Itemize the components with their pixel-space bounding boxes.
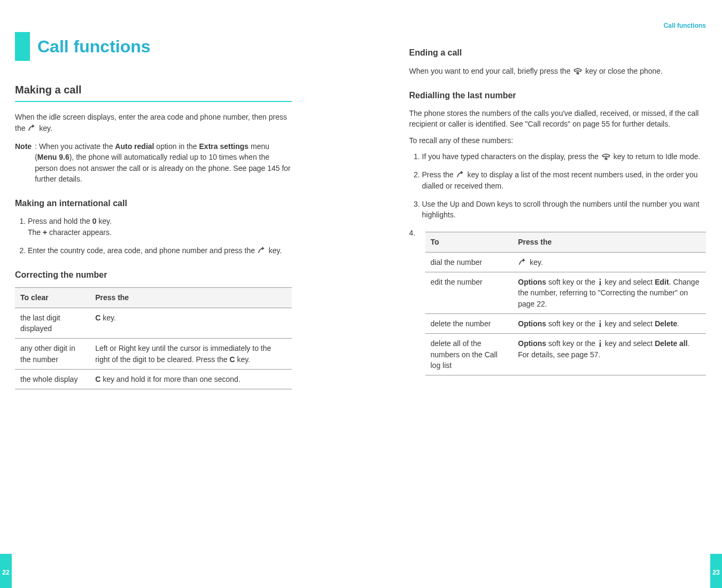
cell-last-digit: the last digit displayed (15, 308, 90, 339)
table-header-to: To (425, 232, 513, 252)
note-a: : When you activate the (35, 142, 115, 151)
section-making-a-call: Making a call (15, 82, 292, 102)
subsection-international-call: Making an international call (15, 197, 292, 209)
r4b: soft key or the (546, 339, 597, 348)
send-key-icon (257, 247, 267, 254)
step1-a: Press and hold the (28, 217, 92, 225)
step1-l2a: The (28, 228, 43, 237)
options-label: Options (518, 319, 546, 328)
i-key-icon (597, 278, 603, 286)
cell-delete-action: Options soft key or the key and select D… (513, 313, 706, 333)
r2c: key. (235, 355, 251, 364)
svg-point-6 (600, 340, 601, 341)
svg-point-4 (600, 279, 601, 280)
note-c: option in the (154, 142, 199, 151)
left-content: Making a call When the idle screen displ… (0, 82, 313, 389)
note-b: Auto redial (115, 142, 154, 151)
note-label-text: Note (15, 142, 32, 151)
end-key-icon (572, 67, 583, 75)
options-label: Options (518, 278, 546, 286)
cell-last-digit-action: C key. (90, 308, 291, 339)
list-item: Use the Up and Down keys to scroll throu… (422, 199, 707, 221)
cell-any-digit-action: Left or Right key until the cursor is im… (90, 339, 291, 370)
list-item: Press the key to display a list of the m… (422, 169, 707, 191)
end-a: When you want to end your call, briefly … (409, 67, 573, 75)
recall-steps: If you have typed characters on the disp… (409, 151, 707, 220)
recall-intro: To recall any of these numbers: (409, 135, 707, 146)
r-step1-b: key to return to Idle mode. (614, 152, 701, 161)
list-item: Press and hold the 0 key. The + characte… (28, 216, 292, 238)
correcting-number-table: To clear Press the the last digit displa… (15, 287, 292, 389)
note-body: : When you activate the Auto redial opti… (35, 141, 291, 184)
chapter-title-block: Call functions (15, 32, 313, 61)
svg-point-5 (600, 320, 601, 322)
note-d: Extra settings (199, 142, 249, 151)
table-header-to-clear: To clear (15, 288, 90, 308)
subsection-correcting-number: Correcting the number (15, 269, 292, 281)
send-key-icon (518, 258, 527, 266)
document-spread: 22 Call functions Making a call When the… (0, 0, 722, 588)
intl-steps: Press and hold the 0 key. The + characte… (15, 216, 292, 256)
table-row: any other digit in the number Left or Ri… (15, 339, 292, 370)
step2-b: key. (269, 246, 282, 255)
table-header-press-the: Press the (513, 232, 706, 252)
right-content: Ending a call When you want to end your … (409, 46, 723, 386)
cell-whole-display-action: C key and hold it for more than one seco… (90, 369, 291, 389)
c-key-suffix: key. (100, 313, 116, 322)
table-row: the whole display C key and hold it for … (15, 369, 292, 389)
send-key-icon (456, 171, 465, 178)
step1-l2b: + (43, 228, 47, 237)
ending-call-paragraph: When you want to end your call, briefly … (409, 66, 707, 76)
step4-block: 4. To Press the dial the number (409, 228, 707, 386)
note-f: Menu 9.6 (37, 153, 69, 161)
edit-label: Edit (655, 278, 669, 286)
r-step3: Use the Up and Down keys to scroll throu… (422, 200, 700, 219)
cell-any-digit: any other digit in the number (15, 339, 90, 370)
intro-text-b: key. (39, 124, 52, 132)
step1-c: key. (96, 217, 112, 225)
end-key-icon (601, 153, 611, 160)
table-row: dial the number key. (425, 252, 707, 272)
chapter-accent-bar (15, 32, 30, 61)
table-row: To clear Press the (15, 288, 292, 308)
redial-paragraph: The phone stores the numbers of the call… (409, 108, 707, 130)
r2c: key and select (603, 278, 655, 286)
page-right: 23 Call functions Ending a call When you… (361, 0, 723, 588)
page-number-right: 23 (710, 568, 722, 577)
end-b: key or close the phone. (585, 67, 663, 75)
table-row: edit the number Options soft key or the … (425, 272, 707, 314)
cell-edit-action: Options soft key or the key and select E… (513, 272, 706, 314)
send-key-icon (27, 124, 37, 132)
i-key-icon (597, 320, 603, 327)
step4-number: 4. (409, 228, 420, 386)
redial-actions-table: To Press the dial the number key. (425, 232, 707, 375)
r3c: key and select (603, 319, 655, 328)
delete-label: Delete (655, 319, 677, 328)
step1-l2c: character appears. (47, 228, 112, 237)
table-row: To Press the (425, 232, 707, 252)
r1c2: key. (527, 258, 543, 266)
page-left: 22 Call functions Making a call When the… (0, 0, 361, 588)
cell-dial-action: key. (513, 252, 706, 272)
cell-delete-all-action: Options soft key or the key and select D… (513, 334, 706, 375)
step2-a: Enter the country code, area code, and p… (28, 246, 257, 255)
i-key-icon (597, 340, 603, 347)
cell-delete: delete the number (425, 313, 513, 333)
note-g: ), the phone will automatically redial u… (35, 153, 291, 183)
r3b: soft key or the (546, 319, 597, 328)
cell-whole-display: the whole display (15, 369, 90, 389)
subsection-ending-call: Ending a call (409, 46, 707, 59)
table-header-press-the: Press the (90, 288, 291, 308)
r4c: key and select (603, 339, 655, 348)
table-row: delete the number Options soft key or th… (425, 313, 707, 333)
cell-delete-all: delete all of the numbers on the Call lo… (425, 334, 513, 375)
note-block: Note : When you activate the Auto redial… (15, 141, 292, 184)
chapter-title: Call functions (37, 32, 151, 61)
intro-text-a: When the idle screen displays, enter the… (15, 113, 287, 132)
table-row: the last digit displayed C key. (15, 308, 292, 339)
list-item: If you have typed characters on the disp… (422, 151, 707, 162)
cell-dial: dial the number (425, 252, 513, 272)
running-header: Call functions (409, 21, 723, 30)
step4-table-wrap: To Press the dial the number key. (425, 228, 707, 386)
subsection-redialling: Redialling the last number (409, 89, 707, 101)
